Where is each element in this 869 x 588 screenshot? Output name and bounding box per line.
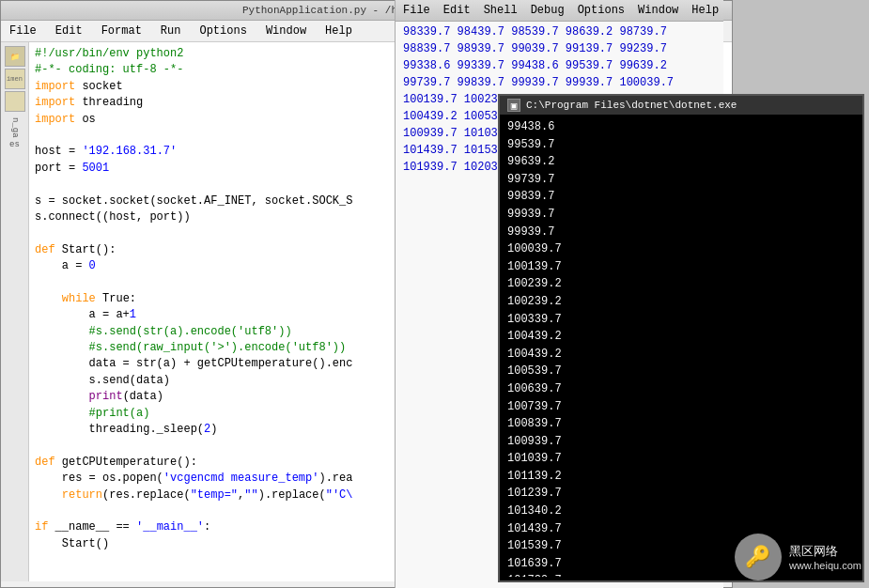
- watermark-site: 黑区网络: [789, 543, 861, 560]
- out-menu-edit[interactable]: Edit: [443, 4, 471, 17]
- sidebar-icon-2[interactable]: imen: [5, 69, 25, 89]
- terminal-content[interactable]: 99438.6 99539.7 99639.2 99739.7 99839.7 …: [500, 115, 862, 577]
- menu-options[interactable]: Options: [196, 23, 249, 39]
- out-menu-shell[interactable]: Shell: [484, 4, 518, 17]
- sidebar-label-2: es: [9, 140, 20, 149]
- watermark-text-block: 黑区网络 www.heiqu.com: [789, 543, 861, 571]
- sidebar-label-1: n_ga: [10, 117, 20, 138]
- menu-help[interactable]: Help: [322, 23, 355, 39]
- menu-format[interactable]: Format: [99, 23, 145, 39]
- watermark-url: www.heiqu.com: [789, 560, 861, 571]
- out-menu-file[interactable]: File: [403, 4, 430, 17]
- watermark-logo: 🔑: [735, 534, 782, 580]
- out-menu-help[interactable]: Help: [691, 4, 719, 17]
- sidebar: 📁 imen n_ga es: [1, 42, 29, 581]
- menu-run[interactable]: Run: [158, 23, 184, 39]
- out-menu-options[interactable]: Options: [578, 4, 625, 17]
- terminal-icon: ▣: [507, 99, 520, 112]
- menu-file[interactable]: File: [7, 23, 39, 39]
- sidebar-icon-1[interactable]: 📁: [5, 46, 25, 67]
- menu-window[interactable]: Window: [263, 23, 309, 39]
- out-menu-debug[interactable]: Debug: [531, 4, 565, 17]
- sidebar-icon-3[interactable]: [5, 91, 25, 112]
- terminal-titlebar: ▣ C:\Program Files\dotnet\dotnet.exe: [500, 96, 862, 115]
- output-titlebar: File Edit Shell Debug Options Window Hel…: [396, 0, 723, 22]
- out-menu-window[interactable]: Window: [638, 4, 678, 17]
- watermark: 🔑 黑区网络 www.heiqu.com: [735, 534, 861, 580]
- terminal-window: ▣ C:\Program Files\dotnet\dotnet.exe 994…: [498, 94, 864, 582]
- menu-edit[interactable]: Edit: [53, 23, 85, 39]
- terminal-title: C:\Program Files\dotnet\dotnet.exe: [526, 100, 737, 111]
